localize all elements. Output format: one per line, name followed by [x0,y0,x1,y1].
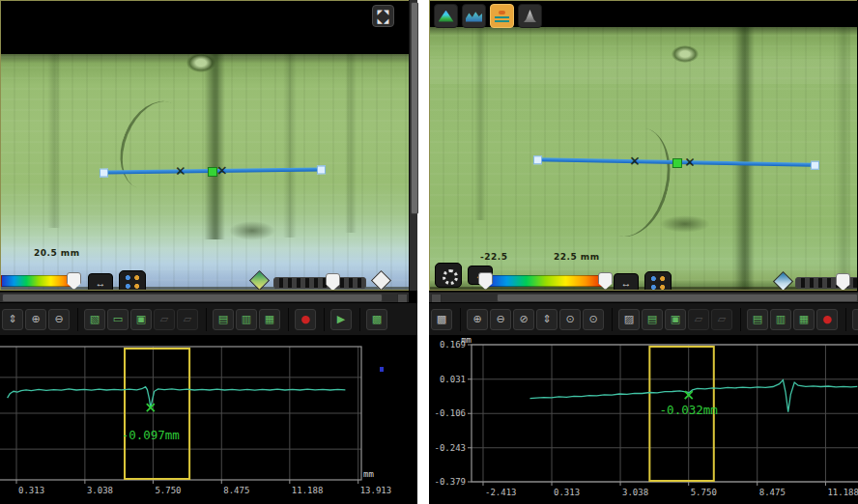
x-tick-label: 5.750 [691,488,717,497]
scale-min-label: -22.5 [480,252,507,262]
edge-marker-1: × [175,161,186,179]
left-scan-image[interactable]: × × 20.5 mm ↔ ◤◥◣◢ [0,0,410,291]
edge-marker-2: × [684,153,696,170]
grid-zoom-button[interactable]: ▨ [618,309,640,330]
range-fit-button[interactable]: ↔ [614,273,639,291]
save-report-button[interactable]: ▩ [366,309,387,330]
actual-size-button[interactable]: ▣ [130,309,152,330]
color-scale-bar[interactable] [1,275,76,287]
export-button[interactable]: ▶ [852,309,858,330]
waveform-icon [466,11,482,22]
fit-window-button[interactable]: ▭ [107,309,129,330]
roi-rect-button[interactable]: ▤ [747,309,768,330]
zoom-out-button[interactable]: ⊖ [48,309,70,330]
zoom-out-button[interactable]: ⊖ [490,309,511,330]
surface-defect [186,53,215,72]
palette-toggle-button[interactable] [119,270,146,291]
range-reset-button[interactable]: ↔ [88,273,113,291]
zoom-in-button[interactable]: ⊕ [467,309,488,330]
y-tick-label: -0.243 [434,443,466,453]
height-map-view-button[interactable] [434,4,458,28]
image-view-button[interactable]: ▤ [642,309,663,330]
fullscreen-expand-button[interactable]: ◤◥◣◢ [372,5,394,27]
zoom-drag-button[interactable]: ⇕ [2,309,23,330]
next-measure-button[interactable]: ▱ [711,309,732,330]
zoom-vertical-button[interactable]: ⇕ [536,309,558,330]
gear-icon [443,269,458,285]
surface-streak [345,54,357,233]
right-viewport: × × ↔ -22.5 22.5 mm ↔ [429,0,858,302]
horizontal-scrollbar-thumb[interactable] [2,294,383,302]
roi-clear-button[interactable]: ▦ [259,309,280,330]
solid-view-button[interactable] [518,4,542,28]
profile-chart-svg: -0.032mm-2.4130.3133.0385.7508.47511.188… [429,335,858,504]
next-measure-button[interactable]: ▱ [177,309,198,330]
zoom-select-button[interactable]: ⊙ [559,309,581,330]
x-tick-label: 11.188 [827,488,858,497]
prev-measure-button[interactable]: ▱ [154,309,175,330]
roi-expand-button[interactable]: ▥ [770,309,791,330]
blend-slider[interactable] [273,277,366,289]
profile-chart-svg: -0.097mm0.3133.0385.7508.47511.18813.913… [0,335,417,504]
line-endpoint-left[interactable] [533,155,542,164]
horizontal-scrollbar[interactable] [429,292,858,302]
x-tick-label: 3.038 [87,486,113,495]
profile-graph-view-button[interactable] [462,4,486,28]
display-settings-button[interactable]: ▩ [431,309,452,330]
roi-expand-button[interactable]: ▥ [236,309,257,330]
surface-streak [47,54,61,228]
mountain-icon [439,11,454,22]
palette-toggle-button[interactable] [644,271,672,291]
measure-value-label: -0.097mm [122,428,180,442]
surface-groove [733,27,755,290]
fit-window-button[interactable]: ▣ [665,309,686,330]
right-inspection-panel: × × ↔ -22.5 22.5 mm ↔ [429,0,858,504]
x-tick-label: 0.313 [554,488,580,497]
display-settings-button[interactable] [435,263,462,288]
vertical-scrollbar-thumb[interactable] [411,2,418,214]
export-button[interactable]: ▶ [330,309,352,330]
y-axis-unit-label: mm [461,335,472,345]
horizontal-scrollbar-thumb[interactable] [497,294,858,302]
record-button[interactable]: ● [295,309,316,330]
toolbar-separator [72,308,78,331]
zoom-reset-button[interactable]: ⊙ [583,309,604,330]
toolbar-separator [354,308,360,331]
left-inspection-panel: × × 20.5 mm ↔ ◤◥◣◢ [0,0,417,504]
vertical-scrollbar[interactable] [409,0,417,291]
cone-icon [524,10,536,22]
left-profile-chart: -0.097mm0.3133.0385.7508.47511.18813.913… [0,335,417,504]
line-endpoint-left[interactable] [100,169,108,178]
surface-smudge [229,221,275,240]
layers-view-button[interactable] [490,4,514,28]
record-button[interactable]: ● [816,309,838,330]
toolbar-separator [734,308,741,331]
region-zoom-button[interactable]: ▧ [84,309,105,330]
toolbar-separator [606,308,613,331]
surface-streak [836,27,851,290]
left-viewport: × × 20.5 mm ↔ ◤◥◣◢ [0,0,417,302]
surface-highlight [430,59,857,84]
prev-measure-button[interactable]: ▱ [688,309,709,330]
horizontal-scrollbar[interactable] [0,292,409,302]
toolbar-separator [840,308,846,331]
center-marker [672,158,682,168]
color-scale-bar[interactable] [486,275,606,287]
line-endpoint-right[interactable] [811,161,819,170]
right-profile-chart: -0.032mm-2.4130.3133.0385.7508.47511.188… [429,335,858,504]
right-scan-image[interactable]: × × ↔ -22.5 22.5 mm ↔ [429,0,857,291]
zoom-in-button[interactable]: ⊕ [25,309,46,330]
y-tick-label: -0.106 [434,408,466,418]
measure-value-label: -0.032mm [660,403,718,417]
left-image-toolbar: ⇕⊕⊖▧▭▣▱▱▤▥▦●▶▩ [0,302,417,335]
y-tick-label: -0.379 [434,477,466,487]
pan-button[interactable]: ⊘ [513,309,534,330]
roi-rect-button[interactable]: ▤ [213,309,234,330]
x-tick-label: 5.750 [155,486,181,495]
toolbar-separator [454,308,461,331]
chart-background [0,335,417,504]
roi-clear-button[interactable]: ▦ [793,309,815,330]
line-endpoint-right[interactable] [317,165,326,174]
x-tick-label: 8.475 [759,488,786,497]
scale-max-label: 22.5 mm [554,252,600,262]
